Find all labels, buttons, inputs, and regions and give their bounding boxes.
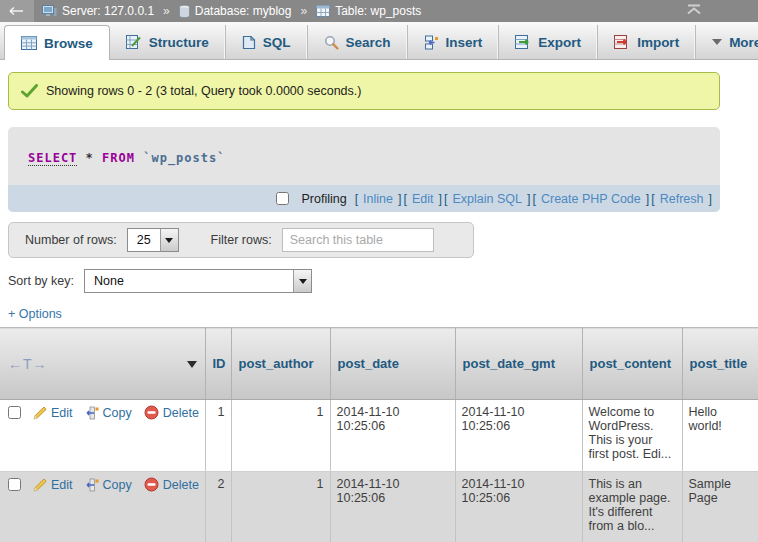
delete-row-link[interactable]: Delete — [144, 477, 199, 492]
cell-post-date-gmt: 2014-11-10 10:25:06 — [455, 400, 582, 472]
tab-label: Structure — [149, 35, 209, 50]
tab-label: SQL — [263, 35, 291, 50]
results-controls: Number of rows: 25 Filter rows: — [8, 222, 474, 258]
sql-query-text: SELECT * FROM `wp_posts` — [8, 127, 720, 185]
cell-post-content: Welcome to WordPress. This is your first… — [582, 400, 682, 472]
column-header-post-date[interactable]: post_date — [330, 328, 455, 400]
select-dropdown-arrow-icon — [293, 270, 311, 292]
profiling-label[interactable]: Profiling — [301, 192, 346, 206]
table-row: Edit Copy — [0, 472, 758, 542]
sql-star: * — [86, 151, 94, 165]
column-header-post-author[interactable]: post_author — [231, 328, 330, 400]
cell-post-date-gmt: 2014-11-10 10:25:06 — [455, 472, 582, 542]
tab-more[interactable]: More — [696, 25, 758, 59]
cell-post-date: 2014-11-10 10:25:06 — [330, 472, 455, 542]
sort-by-key-value: None — [85, 270, 293, 292]
actions-header: ←T→ — [0, 328, 205, 400]
column-move-arrows-icon[interactable]: ←T→ — [8, 356, 48, 372]
row-actions: Edit Copy — [0, 472, 205, 542]
sql-table-identifier: `wp_posts` — [143, 151, 225, 165]
column-header-post-title[interactable]: post_title — [682, 328, 758, 400]
number-of-rows-label: Number of rows: — [25, 233, 117, 247]
tab-label: More — [729, 35, 758, 50]
delete-label: Delete — [163, 478, 199, 492]
with-selected-dropdown-icon[interactable] — [187, 361, 197, 373]
copy-row-link[interactable]: Copy — [85, 406, 132, 420]
back-button[interactable] — [0, 0, 34, 22]
sql-toolbar: Profiling [ Inline ] [ Edit ] [ Explain … — [8, 185, 720, 212]
row-checkbox[interactable] — [8, 478, 21, 491]
browse-table-icon — [21, 36, 37, 50]
tab-sql[interactable]: SQL — [226, 25, 308, 59]
cell-post-title: Sample Page — [682, 472, 758, 542]
sort-by-key-row: Sort by key: None — [8, 269, 758, 293]
cell-id: 2 — [205, 472, 231, 542]
pencil-icon — [33, 406, 47, 420]
tab-label: Search — [346, 35, 391, 50]
collapse-top-button[interactable] — [686, 4, 702, 18]
status-message: Showing rows 0 - 2 (3 total, Query took … — [8, 72, 720, 110]
cell-post-author: 1 — [231, 400, 330, 472]
tab-search[interactable]: Search — [308, 25, 408, 59]
breadcrumb-table[interactable]: Table: wp_posts — [335, 4, 421, 18]
number-of-rows-select[interactable]: 25 — [127, 228, 179, 252]
edit-row-link[interactable]: Edit — [33, 406, 73, 420]
tab-browse[interactable]: Browse — [4, 25, 110, 60]
create-php-code-link[interactable]: Create PHP Code — [541, 192, 641, 206]
breadcrumb-server[interactable]: Server: 127.0.0.1 — [62, 4, 154, 18]
bracket: ] — [398, 192, 401, 206]
copy-label: Copy — [103, 478, 132, 492]
tab-bar: Browse Structure SQL Search Insert — [0, 22, 758, 60]
row-checkbox[interactable] — [8, 406, 21, 419]
sql-keyword-select: SELECT — [28, 151, 77, 166]
profiling-checkbox[interactable] — [276, 192, 289, 205]
search-icon — [324, 35, 339, 50]
left-arrow-icon — [9, 6, 25, 16]
filter-rows-input[interactable] — [282, 228, 434, 252]
tab-structure[interactable]: Structure — [110, 25, 226, 59]
tab-import[interactable]: Import — [598, 25, 696, 59]
cell-id: 1 — [205, 400, 231, 472]
bracket: [ — [532, 192, 535, 206]
bracket: [ — [355, 192, 358, 206]
sql-query-box: SELECT * FROM `wp_posts` Profiling [ Inl… — [8, 127, 720, 212]
select-dropdown-arrow-icon — [160, 229, 178, 251]
sort-by-key-label: Sort by key: — [8, 274, 74, 288]
breadcrumb-bar: Server: 127.0.0.1 » Database: myblog » T… — [0, 0, 758, 22]
breadcrumb-database[interactable]: Database: myblog — [195, 4, 292, 18]
inline-link[interactable]: Inline — [363, 192, 393, 206]
bracket: ] — [527, 192, 530, 206]
database-icon — [179, 5, 190, 18]
edit-row-link[interactable]: Edit — [33, 478, 73, 492]
sort-by-key-select[interactable]: None — [84, 269, 312, 293]
insert-icon — [424, 35, 439, 50]
bracket: [ — [444, 192, 447, 206]
edit-label: Edit — [51, 406, 73, 420]
refresh-link[interactable]: Refresh — [660, 192, 704, 206]
bracket: ] — [709, 192, 712, 206]
delete-row-link[interactable]: Delete — [144, 405, 199, 420]
column-header-id[interactable]: ID — [205, 328, 231, 400]
delete-label: Delete — [163, 406, 199, 420]
table-row: Edit Copy — [0, 400, 758, 472]
table-header-row: ←T→ ID post_author post_date post_date_g… — [0, 328, 758, 400]
column-header-post-date-gmt[interactable]: post_date_gmt — [455, 328, 582, 400]
cell-post-author: 1 — [231, 472, 330, 542]
edit-query-link[interactable]: Edit — [412, 192, 434, 206]
breadcrumb-separator: » — [300, 4, 307, 18]
export-icon — [515, 35, 531, 49]
delete-icon — [144, 405, 159, 420]
copy-label: Copy — [103, 406, 132, 420]
sql-page-icon — [242, 35, 256, 50]
copy-row-link[interactable]: Copy — [85, 478, 132, 492]
tab-label: Import — [637, 35, 679, 50]
filter-rows-label: Filter rows: — [211, 233, 272, 247]
explain-sql-link[interactable]: Explain SQL — [452, 192, 521, 206]
tab-export[interactable]: Export — [499, 25, 598, 59]
column-header-post-content[interactable]: post_content — [582, 328, 682, 400]
structure-icon — [126, 35, 142, 49]
results-table: ←T→ ID post_author post_date post_date_g… — [0, 327, 758, 542]
tab-insert[interactable]: Insert — [408, 25, 500, 59]
breadcrumb-separator: » — [163, 4, 170, 18]
options-toggle-link[interactable]: + Options — [8, 307, 62, 321]
